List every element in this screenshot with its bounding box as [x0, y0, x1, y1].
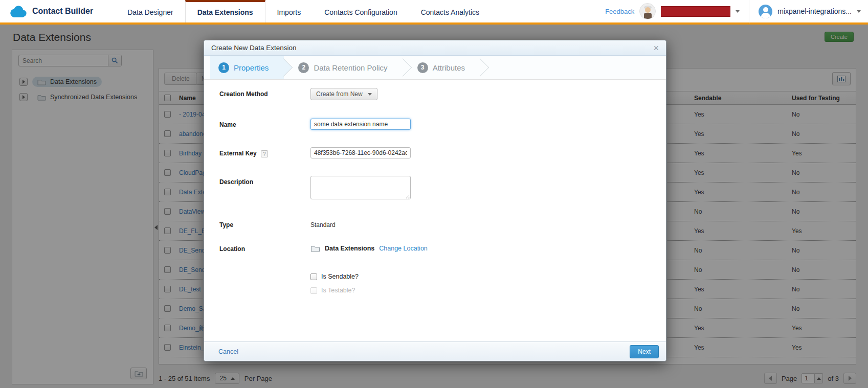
tab-contacts-analytics[interactable]: Contacts Analytics: [409, 0, 491, 22]
modal-body: Creation Method Create from New Name Ext…: [204, 80, 666, 343]
user-avatar-icon[interactable]: [759, 5, 772, 18]
change-location-link[interactable]: Change Location: [379, 245, 428, 252]
external-key-label: External Key ?: [219, 147, 310, 158]
step-number: 2: [298, 62, 309, 73]
step-data-retention-policy[interactable]: 2 Data Retention Policy: [284, 56, 403, 79]
name-label: Name: [219, 119, 310, 130]
is-sendable-checkbox[interactable]: [310, 273, 317, 280]
wizard-steps: 1 Properties 2 Data Retention Policy 3 A…: [204, 56, 666, 80]
external-key-label-text: External Key: [219, 150, 257, 157]
top-nav: Contact Builder Data Designer Data Exten…: [0, 0, 868, 25]
description-textarea[interactable]: [310, 176, 411, 199]
nav-tabs: Data Designer Data Extensions Imports Co…: [116, 0, 491, 22]
step-attributes[interactable]: 3 Attributes: [403, 56, 480, 79]
step-number: 1: [218, 62, 229, 73]
type-label: Type: [219, 219, 310, 229]
chevron-down-icon: [368, 93, 372, 96]
step-label: Data Retention Policy: [314, 63, 387, 72]
tab-data-designer[interactable]: Data Designer: [116, 0, 185, 22]
step-chevron: [471, 58, 489, 76]
modal-title: Create New Data Extension: [211, 44, 297, 52]
is-testable-label: Is Testable?: [321, 287, 355, 294]
redacted-block[interactable]: [661, 6, 730, 17]
cloud-logo-icon: [8, 5, 28, 18]
external-key-input[interactable]: [310, 147, 411, 158]
location-value: Data Extensions: [325, 245, 374, 252]
nav-right: Feedback mixpanel-integrations...: [605, 0, 868, 22]
step-properties[interactable]: 1 Properties: [210, 56, 284, 79]
tab-imports[interactable]: Imports: [265, 0, 313, 22]
creation-method-value: Create from New: [316, 90, 363, 98]
description-label: Description: [219, 176, 310, 199]
is-testable-checkbox: [310, 287, 317, 294]
account-chevron-down-icon[interactable]: [857, 10, 861, 13]
app-brand[interactable]: Contact Builder: [0, 0, 100, 22]
feedback-link[interactable]: Feedback: [605, 8, 634, 15]
nav-divider: [749, 0, 749, 24]
type-value: Standard: [310, 219, 336, 229]
chevron-down-icon: [736, 10, 740, 13]
tab-contacts-configuration[interactable]: Contacts Configuration: [313, 0, 409, 22]
step-number: 3: [417, 62, 428, 73]
modal-header: Create New Data Extension ×: [204, 40, 666, 56]
folder-icon: [310, 245, 320, 252]
cancel-link[interactable]: Cancel: [218, 348, 238, 355]
next-button[interactable]: Next: [630, 345, 659, 358]
step-label: Attributes: [433, 63, 465, 72]
create-data-extension-modal: Create New Data Extension × 1 Properties…: [204, 40, 666, 361]
app-title: Contact Builder: [32, 7, 93, 16]
help-icon[interactable]: ?: [261, 150, 268, 157]
modal-footer: Cancel Next: [204, 341, 666, 361]
location-label: Location: [219, 243, 310, 253]
close-icon[interactable]: ×: [653, 43, 659, 53]
account-name: mixpanel-integrations...: [777, 7, 852, 15]
creation-method-label: Creation Method: [219, 88, 310, 100]
einstein-avatar[interactable]: [639, 3, 656, 19]
creation-method-dropdown[interactable]: Create from New: [310, 88, 377, 100]
name-input[interactable]: [310, 119, 411, 130]
step-label: Properties: [234, 63, 269, 72]
is-sendable-label: Is Sendable?: [321, 273, 359, 280]
tab-data-extensions[interactable]: Data Extensions: [185, 0, 265, 22]
